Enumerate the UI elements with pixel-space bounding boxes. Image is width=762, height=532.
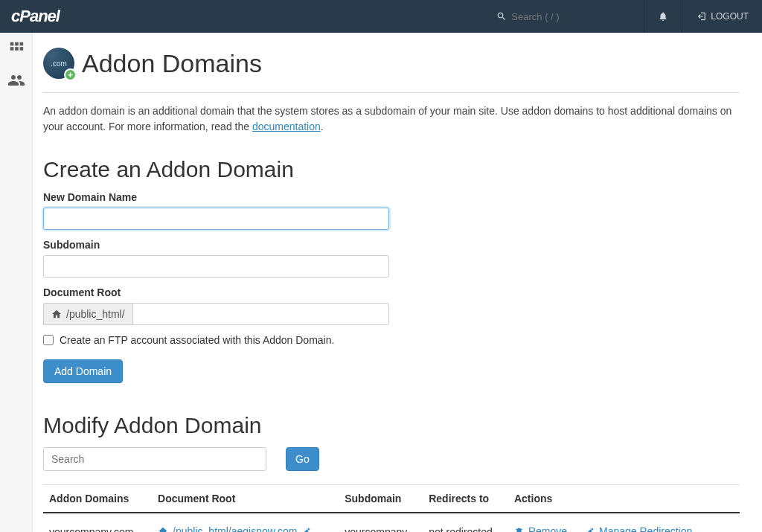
go-button[interactable]: Go <box>286 447 319 471</box>
docroot-prefix-text: /public_html/ <box>66 308 125 320</box>
new-domain-group: New Domain Name <box>43 191 740 230</box>
svg-rect-0 <box>10 42 13 46</box>
home-icon <box>158 526 168 532</box>
remove-action[interactable]: Remove <box>514 525 567 532</box>
page-header: .com + Addon Domains <box>43 48 740 93</box>
cell-subdomain: yourcompany <box>339 513 423 532</box>
main-content: .com + Addon Domains An addon domain is … <box>33 33 762 532</box>
docroot-group: Document Root /public_html/ <box>43 286 740 325</box>
modify-search-input[interactable] <box>43 447 266 471</box>
svg-rect-2 <box>19 42 23 46</box>
cell-redirects: not redirected <box>423 513 508 532</box>
subdomain-label: Subdomain <box>43 239 740 251</box>
navbar-right: LOGOUT <box>474 0 762 33</box>
bell-icon <box>658 11 668 22</box>
new-domain-input[interactable] <box>43 208 389 230</box>
trash-icon <box>514 527 524 532</box>
page-title: Addon Domains <box>82 49 262 78</box>
cpanel-logo: cPanel <box>11 7 60 26</box>
col-redirects[interactable]: Redirects to <box>423 485 508 513</box>
manage-redirection-action[interactable]: Manage Redirection <box>585 525 692 532</box>
navbar-search[interactable] <box>474 0 644 33</box>
docroot-prefix: /public_html/ <box>43 303 132 325</box>
create-heading: Create an Addon Domain <box>43 157 740 182</box>
intro-text: An addon domain is an additional domain … <box>43 103 740 135</box>
svg-rect-4 <box>15 47 19 51</box>
col-addon[interactable]: Addon Domains <box>43 485 152 513</box>
search-icon <box>496 11 507 22</box>
users-icon <box>7 71 25 89</box>
col-actions: Actions <box>508 485 740 513</box>
subdomain-group: Subdomain <box>43 239 740 278</box>
docroot-link[interactable]: /public_html/aegisnow.com <box>173 525 297 532</box>
edit-icon <box>585 527 595 532</box>
table-row: yourcompany.com /public_html/aegisnow.co… <box>43 513 740 532</box>
new-domain-label: New Domain Name <box>43 191 740 203</box>
modify-heading: Modify Addon Domain <box>43 413 740 438</box>
add-domain-button[interactable]: Add Domain <box>43 359 123 383</box>
docroot-input[interactable] <box>132 303 389 325</box>
grid-icon <box>8 40 25 57</box>
ftp-checkbox[interactable] <box>43 335 54 345</box>
left-sidebar <box>0 33 33 532</box>
home-icon <box>51 309 62 319</box>
navbar-left: cPanel <box>11 7 60 26</box>
intro-part2: . <box>321 121 324 132</box>
cell-docroot: /public_html/aegisnow.com <box>152 513 339 532</box>
svg-rect-3 <box>10 47 13 51</box>
notifications-button[interactable] <box>644 0 682 33</box>
ftp-checkbox-row: Create an FTP account associated with th… <box>43 334 740 346</box>
docroot-label: Document Root <box>43 286 740 298</box>
icon-label: .com <box>51 60 67 68</box>
manage-label: Manage Redirection <box>599 525 692 532</box>
remove-label: Remove <box>528 525 567 532</box>
top-navbar: cPanel LOGOUT <box>0 0 762 33</box>
logout-label: LOGOUT <box>711 11 749 22</box>
svg-rect-1 <box>15 42 19 46</box>
col-subdomain[interactable]: Subdomain <box>339 485 423 513</box>
addon-domains-table: Addon Domains Document Root Subdomain Re… <box>43 484 740 532</box>
documentation-link[interactable]: documentation <box>252 121 321 132</box>
navbar-search-input[interactable] <box>511 11 630 22</box>
logout-icon <box>696 11 706 22</box>
cell-actions: Remove Manage Redirection <box>508 513 740 532</box>
modify-search-row: Go <box>43 447 740 471</box>
edit-icon[interactable] <box>301 527 311 533</box>
users-button[interactable] <box>7 71 25 89</box>
logout-button[interactable]: LOGOUT <box>682 0 762 33</box>
intro-part1: An addon domain is an additional domain … <box>43 105 731 132</box>
ftp-checkbox-label: Create an FTP account associated with th… <box>60 334 334 346</box>
apps-grid-button[interactable] <box>8 40 25 57</box>
col-docroot[interactable]: Document Root <box>152 485 339 513</box>
svg-rect-5 <box>19 47 23 51</box>
cell-addon: yourcompany.com <box>43 513 152 532</box>
plus-badge-icon: + <box>64 68 77 81</box>
addon-domains-icon: .com + <box>43 48 74 79</box>
subdomain-input[interactable] <box>43 255 389 278</box>
